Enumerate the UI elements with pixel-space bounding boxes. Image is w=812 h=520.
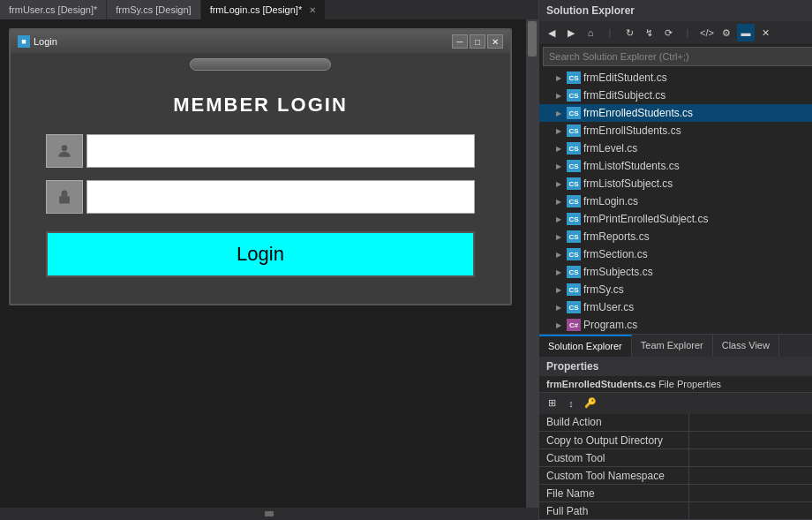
filename-label: frmListofSubject.cs bbox=[583, 177, 673, 190]
maximize-button[interactable]: □ bbox=[470, 34, 485, 49]
lock-icon bbox=[56, 188, 73, 206]
tree-item-frmSy[interactable]: ▶ CS frmSy.cs bbox=[539, 281, 812, 298]
tab-solution-explorer[interactable]: Solution Explorer bbox=[539, 335, 632, 357]
form-designer: ■ Login ─ □ ✕ MEMBER LOGIN bbox=[0, 19, 526, 508]
prop-key: File Name bbox=[539, 485, 689, 502]
form-window: ■ Login ─ □ ✕ MEMBER LOGIN bbox=[9, 28, 512, 305]
toolbar-back-btn[interactable]: ◀ bbox=[543, 24, 560, 41]
toolbar-sync-btn[interactable]: ⟳ bbox=[659, 24, 677, 41]
filename-label: frmSy.cs bbox=[583, 283, 624, 296]
expand-icon: ▶ bbox=[553, 284, 564, 295]
prop-row-file-name: File Name bbox=[539, 485, 812, 502]
tree-item-frmSection[interactable]: ▶ CS frmSection.cs bbox=[539, 245, 812, 263]
svg-rect-1 bbox=[59, 196, 70, 203]
password-input[interactable] bbox=[86, 180, 475, 214]
properties-panel: Properties frmEnrolledStudents.cs File P… bbox=[539, 357, 812, 521]
cs-icon: CS bbox=[567, 142, 581, 154]
prop-value bbox=[689, 432, 812, 449]
properties-filename: frmEnrolledStudents.cs bbox=[546, 379, 656, 389]
expand-icon: ▶ bbox=[553, 125, 564, 136]
prop-key: Build Action bbox=[539, 414, 689, 432]
toolbar-stop-btn[interactable]: ↯ bbox=[640, 24, 658, 41]
filename-label: frmLogin.cs bbox=[583, 195, 638, 207]
filename-label: frmEditSubject.cs bbox=[583, 89, 665, 102]
cs-icon: CS bbox=[567, 195, 581, 207]
tree-item-frmListofStudents[interactable]: ▶ CS frmListofStudents.cs bbox=[539, 157, 812, 175]
minimize-button[interactable]: ─ bbox=[452, 34, 468, 49]
filename-label: frmUser.cs bbox=[583, 301, 634, 313]
toolbar-forward-btn[interactable]: ▶ bbox=[562, 24, 580, 41]
filename-label: frmEnrollStudents.cs bbox=[583, 124, 681, 137]
prop-sort-btn[interactable]: ↕ bbox=[562, 396, 580, 411]
tree-item-frmUser[interactable]: ▶ CS frmUser.cs bbox=[539, 298, 812, 316]
prop-key-btn[interactable]: 🔑 bbox=[582, 396, 599, 411]
tree-item-frmLogin[interactable]: ▶ CS frmLogin.cs bbox=[539, 192, 812, 210]
tree-item-frmLevel[interactable]: ▶ CS frmLevel.cs bbox=[539, 139, 812, 157]
filename-label: frmListofStudents.cs bbox=[583, 160, 680, 172]
form-body: MEMBER LOGIN bbox=[11, 76, 510, 304]
cs-icon: CS bbox=[567, 213, 581, 225]
filename-label: frmReports.cs bbox=[583, 230, 650, 243]
scrollbar-thumb[interactable] bbox=[528, 21, 537, 57]
user-icon bbox=[56, 142, 73, 160]
csharp-icon: C# bbox=[567, 319, 581, 331]
cs-icon: CS bbox=[567, 124, 581, 137]
form-window-icon: ■ bbox=[18, 35, 30, 48]
username-input[interactable] bbox=[86, 134, 475, 168]
resize-handle[interactable] bbox=[265, 511, 274, 516]
tab-frm-sy[interactable]: frmSy.cs [Design] bbox=[107, 0, 200, 19]
right-panel: Solution Explorer ◀ ▶ ⌂ | ↻ ↯ ⟳ | </> ⚙ … bbox=[538, 0, 812, 520]
prop-grid-btn[interactable]: ⊞ bbox=[543, 396, 560, 411]
close-window-button[interactable]: ✕ bbox=[487, 34, 503, 49]
tab-frm-login[interactable]: frmLogin.cs [Design]* ✕ bbox=[201, 0, 327, 19]
filename-label: Program.cs bbox=[583, 319, 637, 331]
tab-close-icon[interactable]: ✕ bbox=[309, 5, 316, 15]
toolbar-sep1: | bbox=[601, 24, 619, 41]
handle-bar-container bbox=[11, 53, 510, 76]
tab-frm-user[interactable]: frmUser.cs [Design]* bbox=[0, 0, 107, 19]
cs-icon: CS bbox=[567, 230, 581, 243]
cs-icon: CS bbox=[567, 301, 581, 313]
vertical-scrollbar[interactable] bbox=[526, 19, 538, 508]
toolbar-active-btn[interactable]: ▬ bbox=[737, 24, 755, 41]
expand-icon: ▶ bbox=[553, 196, 564, 207]
login-button[interactable]: Login bbox=[46, 231, 475, 277]
toolbar-close-btn[interactable]: ✕ bbox=[756, 24, 774, 41]
cs-icon: CS bbox=[567, 107, 581, 119]
form-controls: ─ □ ✕ bbox=[452, 34, 503, 49]
expand-icon: ▶ bbox=[553, 143, 564, 154]
tree-item-frmEditSubject[interactable]: ▶ CS frmEditSubject.cs bbox=[539, 87, 812, 104]
expand-icon: ▶ bbox=[553, 267, 564, 277]
toolbar-home-btn[interactable]: ⌂ bbox=[582, 24, 599, 41]
tree-item-frmEnrolledStudents[interactable]: ▶ CS frmEnrolledStudents.cs bbox=[539, 104, 812, 122]
tree-item-Program[interactable]: ▶ C# Program.cs bbox=[539, 316, 812, 334]
tree-item-frmListofSubject[interactable]: ▶ CS frmListofSubject.cs bbox=[539, 175, 812, 192]
toolbar-settings-btn[interactable]: ⚙ bbox=[718, 24, 735, 41]
expand-icon: ▶ bbox=[553, 214, 564, 224]
tab-team-explorer[interactable]: Team Explorer bbox=[632, 335, 713, 357]
expand-icon: ▶ bbox=[553, 90, 564, 101]
expand-icon: ▶ bbox=[553, 320, 564, 330]
tree-item-frmSubjects[interactable]: ▶ CS frmSubjects.cs bbox=[539, 263, 812, 281]
tree-item-frmEnrollStudents[interactable]: ▶ CS frmEnrollStudents.cs bbox=[539, 122, 812, 139]
prop-row-build-action: Build Action bbox=[539, 414, 812, 432]
prop-key: Custom Tool bbox=[539, 449, 689, 467]
prop-value bbox=[689, 414, 812, 432]
cs-icon: CS bbox=[567, 248, 581, 260]
prop-value bbox=[689, 502, 812, 520]
design-area: frmUser.cs [Design]* frmSy.cs [Design] f… bbox=[0, 0, 538, 520]
tab-class-view[interactable]: Class View bbox=[713, 335, 779, 357]
prop-key: Custom Tool Namespace bbox=[539, 467, 689, 485]
filename-label: frmEditStudent.cs bbox=[583, 72, 667, 84]
cs-icon: CS bbox=[567, 283, 581, 296]
toolbar-code-btn[interactable]: </> bbox=[698, 24, 716, 41]
tree-item-frmeditStudent[interactable]: ▶ CS frmEditStudent.cs bbox=[539, 69, 812, 87]
username-row bbox=[46, 134, 475, 168]
tree-item-frmPrintEnrolledSubject[interactable]: ▶ CS frmPrintEnrolledSubject.cs bbox=[539, 210, 812, 228]
handle-bar bbox=[190, 58, 331, 71]
toolbar-refresh-btn[interactable]: ↻ bbox=[620, 24, 638, 41]
se-search-input[interactable] bbox=[543, 47, 812, 66]
filename-label: frmSection.cs bbox=[583, 248, 648, 260]
tree-item-frmReports[interactable]: ▶ CS frmReports.cs bbox=[539, 228, 812, 245]
prop-value bbox=[689, 467, 812, 485]
